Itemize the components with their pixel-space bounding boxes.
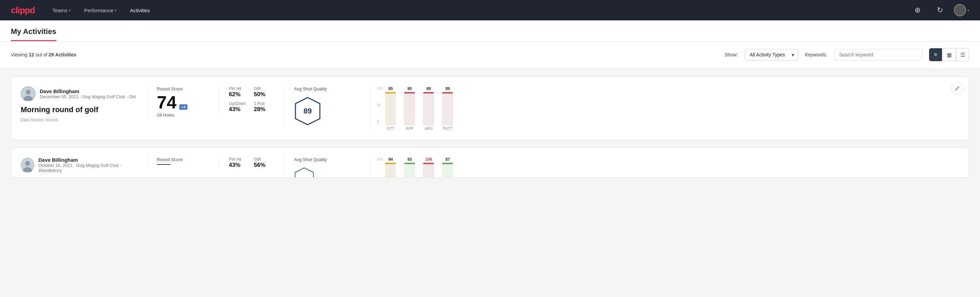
bar-group-app-2: 93 APP bbox=[404, 157, 415, 178]
bar-label-putt: PUTT bbox=[443, 126, 453, 131]
y-label-100: 100 bbox=[377, 86, 383, 90]
add-icon[interactable]: ⊕ bbox=[915, 6, 921, 14]
bar-label-app: APP bbox=[406, 126, 413, 131]
bar-group-putt-2: 87 PUTT bbox=[442, 157, 453, 178]
card-user-info-section: Dave Billingham December 05, 2021 · Gog … bbox=[21, 86, 136, 122]
search-input[interactable] bbox=[834, 49, 922, 61]
page-title: My Activities bbox=[11, 27, 56, 41]
score-holes: 18 Holes bbox=[157, 112, 208, 118]
card-user-info-section-2: Dave Billingham October 16, 2021 · Gog M… bbox=[21, 157, 136, 177]
activity-card: Dave Billingham December 05, 2021 · Gog … bbox=[11, 77, 969, 141]
activity-type-select[interactable]: All Activity Types bbox=[745, 49, 798, 61]
activity-card-2: Dave Billingham October 16, 2021 · Gog M… bbox=[11, 147, 969, 178]
nav-item-activities[interactable]: Activities bbox=[129, 1, 151, 20]
viewing-prefix: Viewing bbox=[11, 52, 27, 57]
user-date-2: October 16, 2021 · Gog Magog Golf Club -… bbox=[38, 163, 136, 173]
avatar bbox=[954, 4, 966, 16]
hexagon-icon-2 bbox=[294, 167, 315, 178]
nav-item-performance[interactable]: Performance ▾ bbox=[83, 1, 118, 20]
bar-group-app: 90 APP bbox=[404, 86, 415, 131]
viewing-total: 29 bbox=[49, 52, 54, 57]
view-toggle: ≡ ▦ ☰ bbox=[929, 48, 969, 61]
bar-group-ott-2: 94 OTT bbox=[385, 157, 396, 178]
user-name: Dave Billingham bbox=[40, 88, 136, 94]
user-name-2: Dave Billingham bbox=[38, 157, 136, 163]
bar-outer-arg-2 bbox=[423, 163, 434, 178]
hexagon-wrap: 89 bbox=[294, 96, 321, 126]
y-label-0: 0 bbox=[377, 120, 383, 124]
viewing-activities: Activities bbox=[55, 52, 76, 57]
compact-view-button[interactable]: ☰ bbox=[956, 48, 969, 61]
refresh-icon[interactable]: ↻ bbox=[937, 6, 943, 14]
bar-outer-ott bbox=[385, 92, 396, 125]
stat-gir-2: GIR 56% bbox=[254, 157, 274, 169]
bar-outer-putt bbox=[442, 92, 453, 125]
logo[interactable]: clippd bbox=[11, 5, 35, 16]
svg-point-5 bbox=[25, 161, 30, 166]
user-meta-2: Dave Billingham October 16, 2021 · Gog M… bbox=[38, 157, 136, 173]
bar-group-arg: 89 ARG bbox=[423, 86, 434, 131]
bar-value-arg: 89 bbox=[426, 86, 431, 91]
user-chevron-icon: ▾ bbox=[967, 8, 969, 12]
bar-outer-arg bbox=[423, 92, 434, 125]
grid-view-button[interactable]: ▦ bbox=[943, 48, 956, 61]
content-area: Dave Billingham December 05, 2021 · Gog … bbox=[0, 68, 980, 193]
chart-y-axis-2: 100 bbox=[377, 157, 383, 178]
avatar-icon bbox=[21, 87, 35, 101]
stat-fw-hit-label: FW Hit bbox=[229, 86, 248, 91]
viewing-text: Viewing 12 out of 29 Activities bbox=[11, 52, 718, 57]
stat-updown: Up/Down 43% bbox=[229, 101, 248, 113]
list-view-button[interactable]: ≡ bbox=[929, 48, 942, 61]
nav-item-performance-label: Performance bbox=[84, 8, 113, 13]
user-date: December 05, 2021 · Gog Magog Golf Club … bbox=[40, 94, 136, 99]
show-label: Show: bbox=[725, 52, 738, 57]
bar-outer-putt-2 bbox=[442, 163, 453, 178]
score-badge: +4 bbox=[179, 104, 188, 110]
bar-outer-app bbox=[404, 92, 415, 125]
avatar bbox=[21, 86, 36, 101]
quality-hex-2 bbox=[294, 167, 359, 178]
bar-value-app: 90 bbox=[407, 86, 412, 91]
keywords-label: Keywords: bbox=[805, 52, 827, 57]
filter-bar: Viewing 12 out of 29 Activities Show: Al… bbox=[0, 42, 980, 68]
navbar: clippd Teams ▾ Performance ▾ Activities … bbox=[0, 0, 980, 21]
bar-top-line-app bbox=[404, 92, 415, 93]
chart-bars-2: 94 OTT 93 APP 106 bbox=[385, 157, 959, 178]
avg-shot-quality-label-2: Avg Shot Quality bbox=[294, 157, 359, 162]
bar-value-putt: 89 bbox=[445, 86, 450, 91]
bar-label-arg: ARG bbox=[425, 126, 433, 131]
user-info: Dave Billingham December 05, 2021 · Gog … bbox=[21, 86, 136, 101]
stat-gir-label: GIR bbox=[254, 86, 274, 91]
bar-top-putt-2 bbox=[442, 163, 453, 164]
round-score-section-2: Round Score bbox=[147, 157, 208, 165]
stat-fw-hit-2: FW Hit 43% bbox=[229, 157, 248, 169]
nav-item-activities-label: Activities bbox=[130, 8, 150, 13]
nav-item-teams[interactable]: Teams ▾ bbox=[51, 1, 72, 20]
chart-area: 100 50 0 85 OTT 90 bbox=[377, 86, 959, 131]
avg-shot-quality-label: Avg Shot Quality bbox=[294, 86, 359, 91]
svg-marker-7 bbox=[295, 168, 313, 178]
bar-top-app-2 bbox=[404, 163, 415, 164]
avg-shot-quality-section-2: Avg Shot Quality bbox=[284, 157, 359, 178]
bar-group-arg-2: 106 ARG bbox=[423, 157, 434, 178]
stat-1putt-value: 28% bbox=[254, 106, 274, 113]
hex-score: 89 bbox=[304, 107, 312, 115]
stat-fw-hit-value-2: 43% bbox=[229, 162, 248, 169]
nav-item-teams-label: Teams bbox=[52, 8, 68, 13]
user-menu-button[interactable]: ▾ bbox=[954, 4, 969, 16]
score-value: 74 +4 bbox=[157, 93, 208, 111]
stat-gir-label-2: GIR bbox=[254, 157, 274, 162]
chart-area-2: 100 94 OTT 93 APP bbox=[377, 157, 959, 178]
chart-section: 100 50 0 85 OTT 90 bbox=[370, 86, 959, 131]
stat-gir-value-2: 56% bbox=[254, 162, 274, 169]
user-info-2: Dave Billingham October 16, 2021 · Gog M… bbox=[21, 157, 136, 173]
teams-chevron-icon: ▾ bbox=[69, 8, 71, 12]
bar-value-putt-2: 87 bbox=[445, 157, 450, 162]
bar-outer-ott-2 bbox=[385, 163, 396, 178]
avatar-2 bbox=[21, 158, 34, 172]
svg-point-1 bbox=[26, 90, 30, 94]
stat-1putt: 1 Putt 28% bbox=[254, 101, 274, 113]
data-source: Data Source: Arccos bbox=[21, 118, 136, 122]
stat-updown-value: 43% bbox=[229, 106, 248, 113]
avatar-icon-2 bbox=[21, 158, 34, 172]
